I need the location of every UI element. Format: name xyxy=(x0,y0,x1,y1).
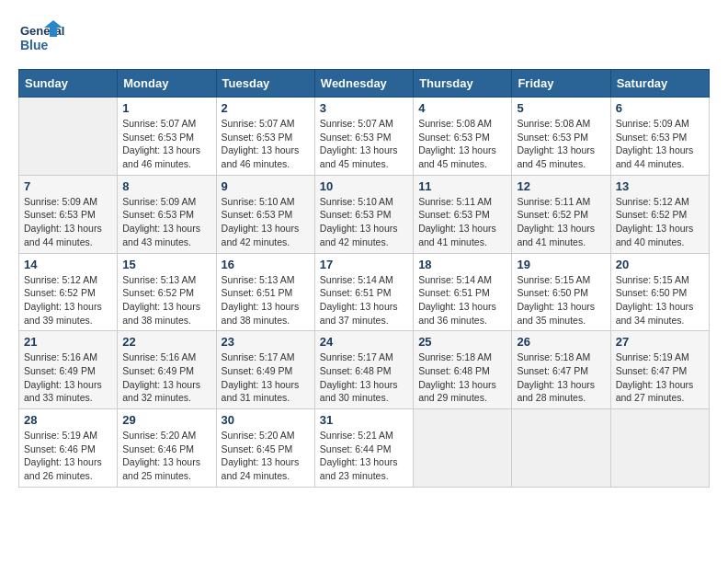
day-number: 29 xyxy=(122,413,210,427)
logo: General Blue xyxy=(18,18,64,60)
day-info: Sunrise: 5:21 AM Sunset: 6:44 PM Dayligh… xyxy=(320,429,408,483)
calendar-cell: 8Sunrise: 5:09 AM Sunset: 6:53 PM Daylig… xyxy=(118,175,216,253)
calendar-cell xyxy=(19,98,118,176)
calendar-cell: 26Sunrise: 5:18 AM Sunset: 6:47 PM Dayli… xyxy=(512,331,610,409)
day-info: Sunrise: 5:13 AM Sunset: 6:51 PM Dayligh… xyxy=(222,273,310,327)
calendar-cell xyxy=(610,409,709,488)
day-number: 11 xyxy=(418,179,506,193)
weekday-header-row: SundayMondayTuesdayWednesdayThursdayFrid… xyxy=(19,70,710,98)
week-row-5: 28Sunrise: 5:19 AM Sunset: 6:46 PM Dayli… xyxy=(19,409,710,488)
calendar-cell xyxy=(512,409,610,488)
calendar-cell: 6Sunrise: 5:09 AM Sunset: 6:53 PM Daylig… xyxy=(610,98,709,176)
calendar-cell: 21Sunrise: 5:16 AM Sunset: 6:49 PM Dayli… xyxy=(19,331,118,409)
day-number: 15 xyxy=(122,258,210,271)
week-row-4: 21Sunrise: 5:16 AM Sunset: 6:49 PM Dayli… xyxy=(19,331,710,409)
day-number: 18 xyxy=(418,258,506,271)
day-info: Sunrise: 5:19 AM Sunset: 6:46 PM Dayligh… xyxy=(24,429,112,483)
weekday-header-monday: Monday xyxy=(118,70,216,98)
day-info: Sunrise: 5:14 AM Sunset: 6:51 PM Dayligh… xyxy=(320,273,408,327)
calendar-cell: 11Sunrise: 5:11 AM Sunset: 6:53 PM Dayli… xyxy=(414,175,512,253)
day-info: Sunrise: 5:11 AM Sunset: 6:53 PM Dayligh… xyxy=(418,195,506,249)
day-info: Sunrise: 5:16 AM Sunset: 6:49 PM Dayligh… xyxy=(24,350,112,405)
day-number: 12 xyxy=(517,179,605,193)
day-number: 6 xyxy=(616,101,704,115)
day-number: 26 xyxy=(517,335,605,349)
week-row-2: 7Sunrise: 5:09 AM Sunset: 6:53 PM Daylig… xyxy=(19,175,710,253)
day-number: 4 xyxy=(418,101,506,115)
calendar-cell: 4Sunrise: 5:08 AM Sunset: 6:53 PM Daylig… xyxy=(414,98,512,176)
day-number: 17 xyxy=(320,258,408,271)
calendar-cell: 27Sunrise: 5:19 AM Sunset: 6:47 PM Dayli… xyxy=(610,331,709,409)
calendar-cell: 25Sunrise: 5:18 AM Sunset: 6:48 PM Dayli… xyxy=(414,331,512,409)
day-number: 1 xyxy=(122,101,210,115)
day-number: 3 xyxy=(320,101,408,115)
calendar-cell: 23Sunrise: 5:17 AM Sunset: 6:49 PM Dayli… xyxy=(216,331,314,409)
weekday-header-saturday: Saturday xyxy=(610,70,709,98)
day-info: Sunrise: 5:11 AM Sunset: 6:52 PM Dayligh… xyxy=(517,195,605,249)
day-info: Sunrise: 5:16 AM Sunset: 6:49 PM Dayligh… xyxy=(122,350,210,405)
day-number: 22 xyxy=(122,335,210,349)
day-info: Sunrise: 5:18 AM Sunset: 6:48 PM Dayligh… xyxy=(418,350,506,405)
weekday-header-thursday: Thursday xyxy=(414,70,512,98)
day-number: 16 xyxy=(222,258,310,271)
svg-text:Blue: Blue xyxy=(20,38,49,52)
day-number: 9 xyxy=(222,179,310,193)
day-info: Sunrise: 5:07 AM Sunset: 6:53 PM Dayligh… xyxy=(320,117,408,171)
day-number: 31 xyxy=(320,413,408,427)
calendar-cell: 13Sunrise: 5:12 AM Sunset: 6:52 PM Dayli… xyxy=(610,175,709,253)
weekday-header-friday: Friday xyxy=(512,70,610,98)
day-info: Sunrise: 5:12 AM Sunset: 6:52 PM Dayligh… xyxy=(616,195,704,249)
day-info: Sunrise: 5:15 AM Sunset: 6:50 PM Dayligh… xyxy=(517,273,605,327)
day-number: 8 xyxy=(122,179,210,193)
calendar-cell: 30Sunrise: 5:20 AM Sunset: 6:45 PM Dayli… xyxy=(216,409,314,488)
calendar-cell: 3Sunrise: 5:07 AM Sunset: 6:53 PM Daylig… xyxy=(314,98,413,176)
day-number: 5 xyxy=(517,101,605,115)
day-info: Sunrise: 5:09 AM Sunset: 6:53 PM Dayligh… xyxy=(24,195,112,249)
day-number: 23 xyxy=(222,335,310,349)
day-info: Sunrise: 5:10 AM Sunset: 6:53 PM Dayligh… xyxy=(222,195,310,249)
day-number: 28 xyxy=(24,413,112,427)
weekday-header-wednesday: Wednesday xyxy=(314,70,413,98)
calendar-cell: 17Sunrise: 5:14 AM Sunset: 6:51 PM Dayli… xyxy=(314,253,413,331)
calendar-cell: 31Sunrise: 5:21 AM Sunset: 6:44 PM Dayli… xyxy=(314,409,413,488)
day-info: Sunrise: 5:07 AM Sunset: 6:53 PM Dayligh… xyxy=(122,117,210,171)
day-number: 27 xyxy=(616,335,704,349)
day-info: Sunrise: 5:18 AM Sunset: 6:47 PM Dayligh… xyxy=(517,350,605,405)
week-row-3: 14Sunrise: 5:12 AM Sunset: 6:52 PM Dayli… xyxy=(19,253,710,331)
calendar-cell: 5Sunrise: 5:08 AM Sunset: 6:53 PM Daylig… xyxy=(512,98,610,176)
week-row-1: 1Sunrise: 5:07 AM Sunset: 6:53 PM Daylig… xyxy=(19,98,710,176)
day-number: 19 xyxy=(517,258,605,271)
calendar-cell: 14Sunrise: 5:12 AM Sunset: 6:52 PM Dayli… xyxy=(19,253,118,331)
day-number: 21 xyxy=(24,335,112,349)
calendar-cell: 12Sunrise: 5:11 AM Sunset: 6:52 PM Dayli… xyxy=(512,175,610,253)
calendar-cell: 20Sunrise: 5:15 AM Sunset: 6:50 PM Dayli… xyxy=(610,253,709,331)
day-info: Sunrise: 5:17 AM Sunset: 6:48 PM Dayligh… xyxy=(320,350,408,405)
day-number: 20 xyxy=(616,258,704,271)
day-number: 24 xyxy=(320,335,408,349)
calendar-body: 1Sunrise: 5:07 AM Sunset: 6:53 PM Daylig… xyxy=(19,98,710,488)
day-info: Sunrise: 5:07 AM Sunset: 6:53 PM Dayligh… xyxy=(222,117,310,171)
day-number: 25 xyxy=(418,335,506,349)
day-info: Sunrise: 5:20 AM Sunset: 6:45 PM Dayligh… xyxy=(222,429,310,483)
calendar-cell: 15Sunrise: 5:13 AM Sunset: 6:52 PM Dayli… xyxy=(118,253,216,331)
day-info: Sunrise: 5:14 AM Sunset: 6:51 PM Dayligh… xyxy=(418,273,506,327)
day-info: Sunrise: 5:09 AM Sunset: 6:53 PM Dayligh… xyxy=(122,195,210,249)
calendar-cell: 24Sunrise: 5:17 AM Sunset: 6:48 PM Dayli… xyxy=(314,331,413,409)
weekday-header-sunday: Sunday xyxy=(19,70,118,98)
calendar-cell: 29Sunrise: 5:20 AM Sunset: 6:46 PM Dayli… xyxy=(118,409,216,488)
calendar-cell: 28Sunrise: 5:19 AM Sunset: 6:46 PM Dayli… xyxy=(19,409,118,488)
day-info: Sunrise: 5:17 AM Sunset: 6:49 PM Dayligh… xyxy=(222,350,310,405)
calendar-cell: 2Sunrise: 5:07 AM Sunset: 6:53 PM Daylig… xyxy=(216,98,314,176)
logo-svg: General Blue xyxy=(18,18,64,60)
calendar-cell: 19Sunrise: 5:15 AM Sunset: 6:50 PM Dayli… xyxy=(512,253,610,331)
calendar-cell: 7Sunrise: 5:09 AM Sunset: 6:53 PM Daylig… xyxy=(19,175,118,253)
day-number: 14 xyxy=(24,258,112,271)
calendar-cell: 10Sunrise: 5:10 AM Sunset: 6:53 PM Dayli… xyxy=(314,175,413,253)
day-number: 7 xyxy=(24,179,112,193)
calendar-cell: 22Sunrise: 5:16 AM Sunset: 6:49 PM Dayli… xyxy=(118,331,216,409)
day-info: Sunrise: 5:13 AM Sunset: 6:52 PM Dayligh… xyxy=(122,273,210,327)
day-info: Sunrise: 5:09 AM Sunset: 6:53 PM Dayligh… xyxy=(616,117,704,171)
calendar-header: SundayMondayTuesdayWednesdayThursdayFrid… xyxy=(19,70,710,98)
calendar-cell: 18Sunrise: 5:14 AM Sunset: 6:51 PM Dayli… xyxy=(414,253,512,331)
day-info: Sunrise: 5:10 AM Sunset: 6:53 PM Dayligh… xyxy=(320,195,408,249)
